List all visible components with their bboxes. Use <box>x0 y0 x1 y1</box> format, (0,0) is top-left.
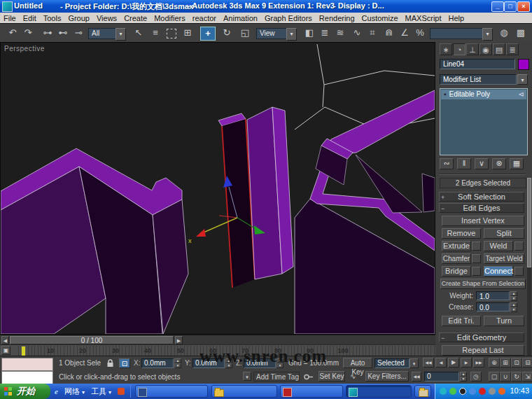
tab-utilities-icon[interactable]: ≣ <box>506 43 519 55</box>
angle-snap-icon[interactable]: ∠ <box>398 27 412 39</box>
menu-graph-editors[interactable]: Graph Editors <box>261 14 316 22</box>
menu-customize[interactable]: Customize <box>358 14 402 22</box>
zoom-icon[interactable]: ⊕ <box>489 358 500 368</box>
quicklaunch-network[interactable]: 网络 ▾ <box>64 386 85 398</box>
layer-manager-icon[interactable]: ≋ <box>333 27 347 39</box>
current-frame-field[interactable]: 0 <box>424 372 459 382</box>
open-mini-curve-editor-button[interactable]: ▣ <box>1 346 10 355</box>
turn-button[interactable]: Turn <box>484 316 524 326</box>
menu-group[interactable]: Group <box>64 14 93 22</box>
key-filters-button[interactable]: Key Filters... <box>365 371 409 382</box>
extrude-button[interactable]: Extrude <box>442 241 471 251</box>
key-mode-dropdown[interactable]: Selected <box>374 358 410 368</box>
extrude-settings-button[interactable] <box>472 241 481 251</box>
reference-coordinate-dropdown[interactable]: View <box>256 28 290 39</box>
menu-create[interactable]: Create <box>120 14 150 22</box>
menu-reactor[interactable]: reactor <box>189 14 220 22</box>
menu-views[interactable]: Views <box>93 14 120 22</box>
menu-modifiers[interactable]: Modifiers <box>150 14 189 22</box>
viewport-label[interactable]: Perspective <box>4 45 45 52</box>
next-frame-button[interactable]: ▶ <box>461 358 472 368</box>
panel-scrollbar-thumb[interactable] <box>527 178 531 267</box>
zoom-extents-all-icon[interactable]: ⊟ <box>522 358 532 368</box>
stack-item-label[interactable]: Editable Poly <box>449 90 490 98</box>
previous-frame-button[interactable]: ◀ <box>435 358 447 368</box>
maxscript-listener-white[interactable] <box>1 371 53 384</box>
modifier-list-arrow[interactable]: ▾ <box>517 74 528 85</box>
soft-selection-rollout[interactable]: +Soft Selection <box>439 192 524 202</box>
maximize-button[interactable]: □ <box>504 1 517 12</box>
arc-rotate-icon[interactable]: ↻ <box>511 372 522 382</box>
tray-icon-messenger[interactable] <box>469 388 476 395</box>
crease-field[interactable]: 0.0 <box>476 302 510 312</box>
undo-icon[interactable]: ↶ <box>6 27 20 39</box>
insert-vertex-button[interactable]: Insert Vertex <box>442 216 524 226</box>
connect-button[interactable]: Connect <box>484 266 513 276</box>
menu-edit[interactable]: Edit <box>20 14 40 22</box>
object-color-swatch[interactable] <box>518 59 529 70</box>
tab-modify-icon[interactable]: ◔ <box>453 43 465 55</box>
tab-create-icon[interactable]: ∗ <box>440 43 452 55</box>
ie-quicklaunch-icon[interactable]: e <box>55 386 58 397</box>
menu-help[interactable]: Help <box>445 14 468 22</box>
menu-file[interactable]: File <box>0 14 20 22</box>
selection-lock-icon[interactable] <box>106 359 114 368</box>
tray-icon-qq[interactable] <box>459 388 466 395</box>
menu-animation[interactable]: Animation <box>220 14 261 22</box>
tab-display-icon[interactable]: ▤ <box>493 43 505 55</box>
min-max-toggle-icon[interactable]: ⇲ <box>522 372 532 382</box>
redo-icon[interactable]: ↷ <box>21 27 35 39</box>
reference-coordinate-arrow[interactable]: ▾ <box>286 28 297 41</box>
task-folder-button[interactable] <box>414 385 431 398</box>
panel-scrollbar[interactable] <box>527 178 531 356</box>
key-mode-arrow[interactable]: ▾ <box>410 358 419 368</box>
show-end-result-button[interactable]: ‖ <box>457 158 471 169</box>
selection-region-icon[interactable] <box>167 29 176 38</box>
maxscript-listener-pink[interactable] <box>1 358 53 371</box>
weld-button[interactable]: Weld <box>484 241 513 251</box>
time-slider-handle[interactable]: 0 / 100 <box>10 336 174 344</box>
bind-spacewarp-icon[interactable]: ⊸ <box>71 27 85 39</box>
key-step-toggle[interactable]: ◀◀ <box>412 372 421 382</box>
x-spinner[interactable]: ▲▼ <box>174 358 181 368</box>
remove-button[interactable]: Remove <box>442 228 481 239</box>
gizmo-x-arrowhead[interactable] <box>196 229 206 237</box>
taskbar-clock[interactable]: 10:43 <box>510 386 529 395</box>
select-and-rotate-icon[interactable]: ↻ <box>220 27 234 39</box>
auto-key-button[interactable]: Auto Key <box>343 358 372 368</box>
split-button[interactable]: Split <box>484 228 524 239</box>
select-and-scale-icon[interactable]: ◱ <box>238 27 252 39</box>
selection-filter-dropdown[interactable]: All <box>88 28 119 39</box>
play-button[interactable]: ▶ <box>448 358 459 368</box>
tray-icon-downloader[interactable] <box>498 388 505 395</box>
bridge-settings-button[interactable] <box>472 267 481 276</box>
frame-marker[interactable] <box>21 346 26 356</box>
go-to-end-button[interactable]: ▶▶ <box>473 358 484 368</box>
quicklaunch-app-icon[interactable] <box>118 388 125 395</box>
go-to-start-button[interactable]: ◀◀ <box>423 358 434 368</box>
zoom-region-icon[interactable]: ▢ <box>489 372 500 382</box>
add-time-tag[interactable]: Add Time Tag <box>253 372 300 382</box>
percent-snap-icon[interactable]: % <box>413 27 427 39</box>
menu-tools[interactable]: Tools <box>40 14 65 22</box>
task-3dsmax-active[interactable]: Untitled - Pro... <box>346 385 412 398</box>
repeat-last-button[interactable]: Repeat Last <box>442 345 524 356</box>
time-step-forward-button[interactable]: ▶ <box>175 336 183 344</box>
zoom-extents-icon[interactable]: ⊡ <box>511 358 522 368</box>
edit-edges-rollout[interactable]: −Edit Edges <box>439 203 524 213</box>
t​ray-icon-green[interactable] <box>449 388 456 395</box>
x-coordinate-field[interactable]: 0.0mm <box>141 358 174 368</box>
modifier-stack-row[interactable]: ▪Editable Poly ⊲ <box>441 90 526 99</box>
edit-tri-button[interactable]: Edit Tri. <box>442 316 481 326</box>
start-button[interactable]: 开始 <box>0 384 50 399</box>
crease-spinner[interactable]: ▲▼ <box>510 302 517 312</box>
create-shape-button[interactable]: Create Shape From Selection <box>440 279 526 289</box>
quicklaunch-tools[interactable]: 工具 ▾ <box>91 386 111 398</box>
time-configuration-icon[interactable]: ◷ <box>470 372 482 382</box>
stack-bulb-icon[interactable]: ▪ <box>444 90 447 98</box>
weld-settings-button[interactable] <box>514 241 524 251</box>
frame-spinner[interactable]: ▲▼ <box>460 372 467 381</box>
schematic-view-icon[interactable]: ⌗ <box>365 27 379 39</box>
menu-maxscript[interactable]: MAXScript <box>402 14 445 22</box>
window-crossing-icon[interactable]: ⊞ <box>181 27 195 39</box>
